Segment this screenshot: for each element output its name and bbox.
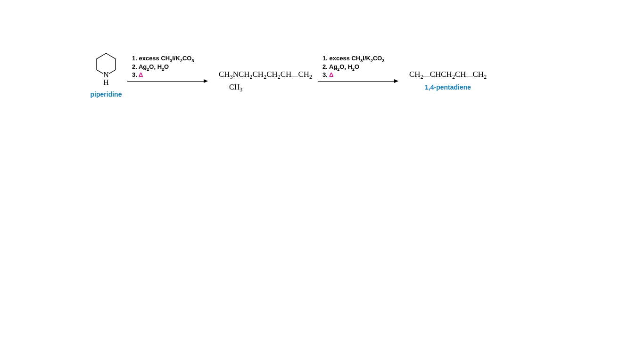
conditions-1: 1. excess CH3I/K2CO3 2. Ag2O, H2O 3. Δ <box>127 55 197 80</box>
product-name: 1,4-pentadiene <box>425 83 471 91</box>
step2-line2: 2. Ag2O, H2O <box>322 63 359 72</box>
step1-line3: 3. Δ <box>132 71 143 78</box>
intermediate-formula: CH3NCH2CH2CH2CHCH2 CH3 <box>219 70 312 81</box>
nh-label: H <box>103 78 109 87</box>
product-block: CH2CHCH2CHCH2 1,4-pentadiene <box>409 70 487 91</box>
arrow-icon <box>127 81 207 82</box>
delta-icon: Δ <box>329 71 333 78</box>
reaction-scheme: N H piperidine 1. excess CH3I/K2CO3 2. A… <box>90 52 487 98</box>
svg-text:N: N <box>103 71 109 79</box>
reaction-arrow-1: 1. excess CH3I/K2CO3 2. Ag2O, H2O 3. Δ <box>127 55 212 82</box>
step2-line1: 1. excess CH3I/K2CO3 <box>322 55 384 63</box>
step2-line3: 3. Δ <box>322 71 333 78</box>
reaction-arrow-2: 1. excess CH3I/K2CO3 2. Ag2O, H2O 3. Δ <box>318 55 403 82</box>
step1-line2: 2. Ag2O, H2O <box>132 63 169 72</box>
delta-icon: Δ <box>139 71 143 78</box>
n-methyl: CH3 <box>229 83 242 93</box>
step1-line1: 1. excess CH3I/K2CO3 <box>132 55 194 63</box>
reactant-name: piperidine <box>91 90 122 98</box>
reactant-block: N H piperidine <box>90 52 123 98</box>
piperidine-ring-icon: N <box>94 52 118 79</box>
intermediate-block: CH3NCH2CH2CH2CHCH2 CH3 <box>219 70 312 81</box>
product-formula: CH2CHCH2CHCH2 <box>409 70 487 81</box>
conditions-2: 1. excess CH3I/K2CO3 2. Ag2O, H2O 3. Δ <box>318 55 387 80</box>
arrow-icon <box>318 81 398 82</box>
